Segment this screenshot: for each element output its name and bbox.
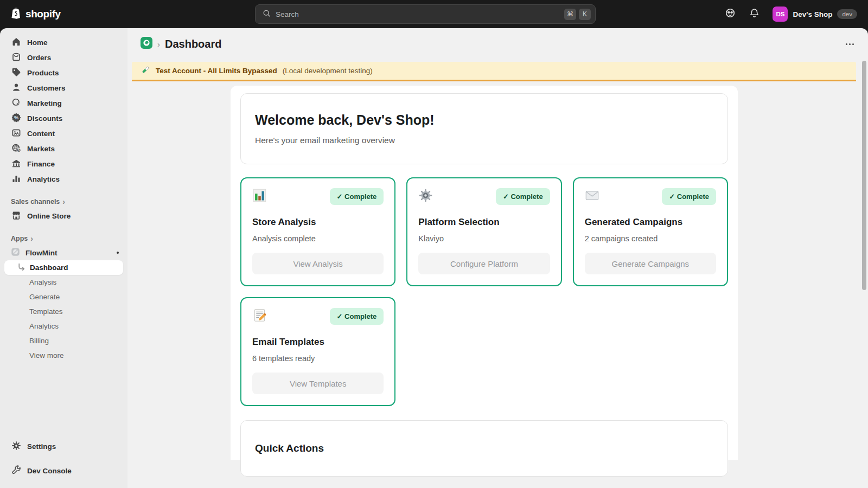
dev-face-icon xyxy=(724,7,736,21)
card-subtitle: Klaviyo xyxy=(418,234,550,243)
banner-subtitle: (Local development testing) xyxy=(283,67,373,75)
bar-chart-emoji-icon xyxy=(252,188,267,205)
view-templates-button[interactable]: View Templates xyxy=(252,373,384,394)
orders-icon xyxy=(11,52,22,64)
topbar: shopify ⌘ K DS Dev's Shop dev xyxy=(0,0,868,28)
gear-icon xyxy=(11,440,22,453)
status-badge: ✓ Complete xyxy=(330,188,384,205)
page-header: › Dashboard xyxy=(127,28,868,60)
admin-frame: Home Orders Products Customers Marketing… xyxy=(0,28,868,488)
sidebar-item-online-store[interactable]: Online Store xyxy=(4,208,123,223)
image-icon xyxy=(11,127,22,140)
sidebar: Home Orders Products Customers Marketing… xyxy=(0,28,127,488)
banner-title: Test Account - All Limits Bypassed xyxy=(156,67,277,75)
store-menu[interactable]: DS Dev's Shop dev xyxy=(769,4,860,24)
welcome-card: Welcome back, Dev's Shop! Here's your em… xyxy=(240,93,728,164)
sidebar-item-products[interactable]: Products xyxy=(4,65,123,80)
notifications-button[interactable] xyxy=(745,5,763,23)
sidebar-item-app-billing[interactable]: Billing xyxy=(4,333,123,348)
quick-actions-title: Quick Actions xyxy=(255,442,713,454)
sidebar-item-finance[interactable]: Finance xyxy=(4,156,123,171)
sidebar-item-app-templates[interactable]: Templates xyxy=(4,304,123,319)
platform-selection-card: ✓ Complete Platform Selection Klaviyo Co… xyxy=(406,177,561,286)
shopify-bag-icon xyxy=(9,6,22,22)
memo-emoji-icon xyxy=(252,308,267,325)
store-avatar: DS xyxy=(773,7,788,22)
card-subtitle: 6 templates ready xyxy=(252,354,384,363)
command-key: ⌘ xyxy=(564,9,576,20)
megaphone-icon xyxy=(11,97,22,110)
globe-icon: $ xyxy=(11,143,22,155)
sidebar-item-marketing[interactable]: Marketing xyxy=(4,95,123,111)
page-title: Dashboard xyxy=(165,38,221,50)
welcome-title: Welcome back, Dev's Shop! xyxy=(255,112,713,128)
bar-chart-icon xyxy=(11,173,22,185)
sidebar-item-app-view-more[interactable]: View more xyxy=(4,348,123,363)
env-badge: dev xyxy=(837,9,857,19)
test-account-banner: Test Account - All Limits Bypassed (Loca… xyxy=(132,62,856,81)
discount-icon: % xyxy=(11,112,22,125)
scrollbar[interactable] xyxy=(862,61,866,290)
status-badge: ✓ Complete xyxy=(662,188,716,205)
home-icon xyxy=(11,36,22,49)
tag-icon xyxy=(11,67,22,79)
person-icon xyxy=(11,82,22,94)
sidebar-item-orders[interactable]: Orders xyxy=(4,50,123,65)
svg-text:%: % xyxy=(14,115,18,120)
view-analysis-button[interactable]: View Analysis xyxy=(252,253,384,274)
quick-actions-card: Quick Actions xyxy=(240,420,728,477)
sidebar-item-analytics[interactable]: Analytics xyxy=(4,171,123,187)
sidebar-item-app-analytics[interactable]: Analytics xyxy=(4,319,123,333)
sales-channels-header[interactable]: Sales channels › xyxy=(4,195,123,208)
welcome-subtitle: Here's your email marketing overview xyxy=(255,136,713,145)
task-cards-grid: ✓ Complete Store Analysis Analysis compl… xyxy=(240,177,728,406)
dev-mode-button[interactable] xyxy=(722,5,739,23)
shopify-logo[interactable]: shopify xyxy=(0,6,61,22)
sidebar-item-app-dashboard[interactable]: Dashboard xyxy=(4,260,123,275)
card-title: Generated Campaigns xyxy=(585,217,716,228)
embedded-app: Welcome back, Dev's Shop! Here's your em… xyxy=(231,86,738,460)
card-subtitle: Analysis complete xyxy=(252,234,384,243)
svg-text:$: $ xyxy=(18,148,20,152)
wrench-icon xyxy=(11,465,22,477)
card-title: Platform Selection xyxy=(418,217,550,228)
apps-header[interactable]: Apps › xyxy=(4,232,123,245)
chevron-right-icon: › xyxy=(62,197,65,206)
sidebar-item-home[interactable]: Home xyxy=(4,35,123,50)
card-title: Store Analysis xyxy=(252,217,384,228)
sidebar-item-dev-console[interactable]: Dev Console xyxy=(4,463,123,478)
store-analysis-card: ✓ Complete Store Analysis Analysis compl… xyxy=(240,177,395,286)
generate-campaigns-button[interactable]: Generate Campaigns xyxy=(585,253,716,274)
email-templates-card: ✓ Complete Email Templates 6 templates r… xyxy=(240,297,395,406)
sidebar-item-settings[interactable]: Settings xyxy=(4,439,123,454)
search-input[interactable] xyxy=(276,10,560,18)
chevron-right-icon: › xyxy=(30,234,33,243)
sidebar-item-app-generate[interactable]: Generate xyxy=(4,290,123,304)
sidebar-item-discounts[interactable]: % Discounts xyxy=(4,111,123,126)
gear-emoji-icon xyxy=(418,188,433,205)
sidebar-item-customers[interactable]: Customers xyxy=(4,80,123,95)
sidebar-item-content[interactable]: Content xyxy=(4,126,123,141)
card-title: Email Templates xyxy=(252,337,384,348)
app-icon xyxy=(11,247,20,258)
card-subtitle: 2 campaigns created xyxy=(585,234,716,243)
configure-platform-button[interactable]: Configure Platform xyxy=(418,253,550,274)
store-name: Dev's Shop xyxy=(793,10,832,18)
flowmint-app-icon xyxy=(141,37,152,51)
chevron-right-icon: › xyxy=(157,40,160,49)
generated-campaigns-card: ✓ Complete Generated Campaigns 2 campaig… xyxy=(573,177,728,286)
status-badge: ✓ Complete xyxy=(496,188,550,205)
topbar-actions: DS Dev's Shop dev xyxy=(722,0,860,28)
sidebar-item-flowmint-app[interactable]: FlowMint xyxy=(4,245,123,260)
more-actions-button[interactable] xyxy=(842,36,857,52)
search-shortcut: ⌘ K xyxy=(564,9,591,20)
bell-icon xyxy=(749,8,760,21)
storefront-icon xyxy=(11,210,22,222)
k-key: K xyxy=(579,9,591,20)
sub-arrow-icon xyxy=(17,263,25,273)
global-search[interactable]: ⌘ K xyxy=(255,4,596,24)
sidebar-item-app-analysis[interactable]: Analysis xyxy=(4,275,123,290)
bank-icon xyxy=(11,158,22,170)
sidebar-item-markets[interactable]: $ Markets xyxy=(4,141,123,156)
test-tube-icon xyxy=(141,65,150,76)
